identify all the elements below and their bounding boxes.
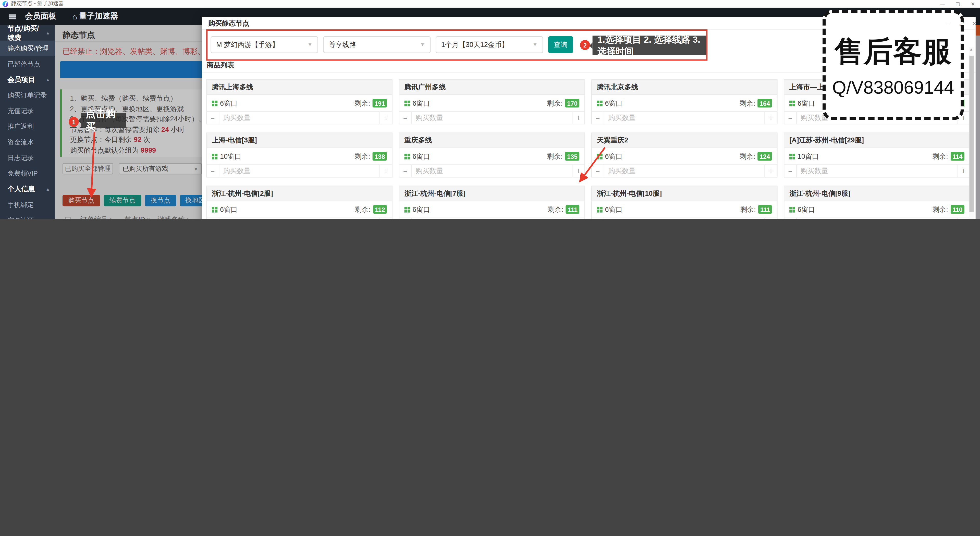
- sidebar-item-label: 会员项目: [7, 75, 35, 84]
- service-title: 售后客服: [834, 32, 952, 71]
- maximize-icon[interactable]: ▢: [956, 1, 960, 7]
- sidebar-item[interactable]: 充值记录: [0, 103, 55, 119]
- line-dropdown[interactable]: 尊享线路▼: [323, 36, 431, 53]
- quantity-decrease-button[interactable]: −: [399, 218, 412, 219]
- quantity-increase-button[interactable]: ＋: [572, 218, 584, 219]
- windows-icon: [404, 207, 410, 212]
- sidebar-item[interactable]: 资金流水: [0, 135, 55, 150]
- product-list-title: 商品列表: [207, 61, 234, 70]
- quantity-input[interactable]: 购买数量: [797, 218, 828, 219]
- sidebar-item[interactable]: 节点/购买/续费 ▲: [0, 25, 55, 41]
- menu-home[interactable]: ⌂量子加速器: [73, 11, 118, 22]
- quantity-input[interactable]: 购买数量: [412, 218, 443, 219]
- quantity-input[interactable]: 购买数量: [412, 165, 443, 177]
- quantity-increase-button[interactable]: ＋: [957, 165, 969, 177]
- menu-member-panel[interactable]: 会员面板: [25, 11, 56, 22]
- duration-dropdown[interactable]: 1个月【30天12金币】▼: [436, 36, 543, 53]
- sidebar-item[interactable]: 日志记录: [0, 150, 55, 165]
- query-button[interactable]: 查询: [548, 36, 573, 53]
- sidebar-item[interactable]: 购买订单记录: [0, 87, 55, 103]
- quantity-input[interactable]: 购买数量: [220, 112, 251, 124]
- product-card-title: 天翼重庆2: [592, 133, 777, 148]
- main-window-controls: — ▢ ✕: [940, 0, 975, 8]
- remaining-label: 剩余:: [740, 205, 756, 214]
- product-card-title: [A]江苏-苏州-电信[29服]: [784, 133, 969, 148]
- quantity-increase-button[interactable]: ＋: [380, 165, 392, 177]
- modal-close-icon[interactable]: ✕: [972, 21, 977, 27]
- quantity-increase-button[interactable]: ＋: [764, 165, 777, 177]
- product-card: 浙江-杭州-电信[10服] 6窗口 剩余: 111 − 购买数量 ＋: [591, 186, 778, 219]
- quantity-decrease-button[interactable]: −: [399, 112, 412, 124]
- modal-minimize-icon[interactable]: —: [945, 21, 951, 27]
- window-count: 6窗口: [412, 152, 430, 161]
- menu-icon[interactable]: [9, 14, 16, 19]
- sidebar-item[interactable]: 推广返利: [0, 119, 55, 134]
- window-count: 6窗口: [605, 99, 623, 108]
- window-count: 6窗口: [220, 205, 238, 214]
- scroll-up-icon[interactable]: ▲: [969, 48, 973, 51]
- quantity-decrease-button[interactable]: −: [592, 165, 605, 177]
- remaining-badge: 111: [759, 205, 772, 214]
- quantity-decrease-button[interactable]: −: [592, 112, 605, 124]
- quantity-decrease-button[interactable]: −: [207, 112, 220, 124]
- quantity-decrease-button[interactable]: −: [207, 165, 220, 177]
- modal-maximize-icon[interactable]: ⤢: [959, 21, 964, 27]
- windows-icon: [597, 207, 603, 212]
- quantity-input[interactable]: 购买数量: [605, 165, 635, 177]
- window-count: 6窗口: [797, 205, 815, 214]
- quantity-input[interactable]: 购买数量: [605, 218, 635, 219]
- quantity-input[interactable]: 购买数量: [220, 165, 251, 177]
- quantity-increase-button[interactable]: ＋: [572, 112, 584, 124]
- sidebar-item[interactable]: 已暂停节点: [0, 56, 55, 72]
- quantity-decrease-button[interactable]: −: [784, 218, 797, 219]
- windows-icon: [597, 153, 603, 159]
- sidebar-item[interactable]: 手机绑定: [0, 197, 55, 212]
- window-count: 6窗口: [220, 99, 238, 108]
- page-scrollbar-track[interactable]: [976, 36, 980, 219]
- remaining-label: 剩余:: [932, 152, 948, 161]
- modal-scrollbar[interactable]: ▲ ▼: [969, 47, 974, 219]
- quantity-increase-button[interactable]: ＋: [572, 165, 584, 177]
- sidebar-item[interactable]: 免费领VIP: [0, 165, 55, 181]
- quantity-decrease-button[interactable]: −: [399, 165, 412, 177]
- quantity-increase-button[interactable]: ＋: [380, 112, 392, 124]
- close-icon[interactable]: ✕: [971, 1, 975, 7]
- quantity-input[interactable]: 购买数量: [605, 112, 635, 124]
- remaining-badge: 112: [373, 205, 387, 214]
- product-card: 重庆多线 6窗口 剩余: 135 − 购买数量 ＋: [399, 132, 585, 177]
- sidebar-item-label: 已暂停节点: [7, 60, 40, 68]
- quantity-input[interactable]: 购买数量: [220, 218, 251, 219]
- game-dropdown[interactable]: M 梦幻西游【手游】▼: [210, 36, 318, 53]
- quantity-decrease-button[interactable]: −: [592, 218, 605, 219]
- remaining-label: 剩余:: [355, 99, 370, 108]
- quantity-decrease-button[interactable]: −: [784, 112, 797, 124]
- quantity-input[interactable]: 购买数量: [797, 165, 828, 177]
- quantity-increase-button[interactable]: ＋: [764, 112, 777, 124]
- remaining-label: 剩余:: [547, 152, 563, 161]
- quantity-decrease-button[interactable]: −: [784, 165, 797, 177]
- quantity-increase-button[interactable]: ＋: [957, 218, 969, 219]
- remaining-badge: 124: [758, 152, 772, 161]
- home-icon: ⌂: [73, 12, 77, 21]
- minimize-icon[interactable]: —: [940, 1, 945, 7]
- sidebar-item[interactable]: 实名认证: [0, 213, 55, 219]
- window-count: 6窗口: [605, 152, 623, 161]
- product-card-title: 浙江-杭州-电信[10服]: [592, 186, 777, 201]
- filter-row: M 梦幻西游【手游】▼ 尊享线路▼ 1个月【30天12金币】▼ 查询: [210, 36, 573, 53]
- window-count: 10窗口: [797, 152, 819, 161]
- remaining-badge: 138: [372, 152, 387, 161]
- product-card: 浙江-杭州-电信[9服] 6窗口 剩余: 110 − 购买数量 ＋: [784, 186, 970, 219]
- product-card-title: 腾讯北京多线: [592, 80, 777, 95]
- product-card-title: 浙江-杭州-电信[2服]: [207, 186, 392, 201]
- sidebar-item[interactable]: 会员项目 ▲: [0, 72, 55, 87]
- caret-down-icon: ▼: [533, 42, 538, 48]
- quantity-increase-button[interactable]: ＋: [764, 218, 777, 219]
- quantity-increase-button[interactable]: ＋: [380, 218, 392, 219]
- quantity-input[interactable]: 购买数量: [412, 112, 443, 124]
- sidebar-item[interactable]: 静态购买/管理: [0, 41, 55, 56]
- quantity-decrease-button[interactable]: −: [207, 218, 220, 219]
- app-logo-icon: [3, 1, 8, 6]
- scrollbar-thumb[interactable]: [969, 56, 974, 212]
- windows-icon: [597, 100, 603, 106]
- sidebar-item[interactable]: 个人信息 ▲: [0, 181, 55, 197]
